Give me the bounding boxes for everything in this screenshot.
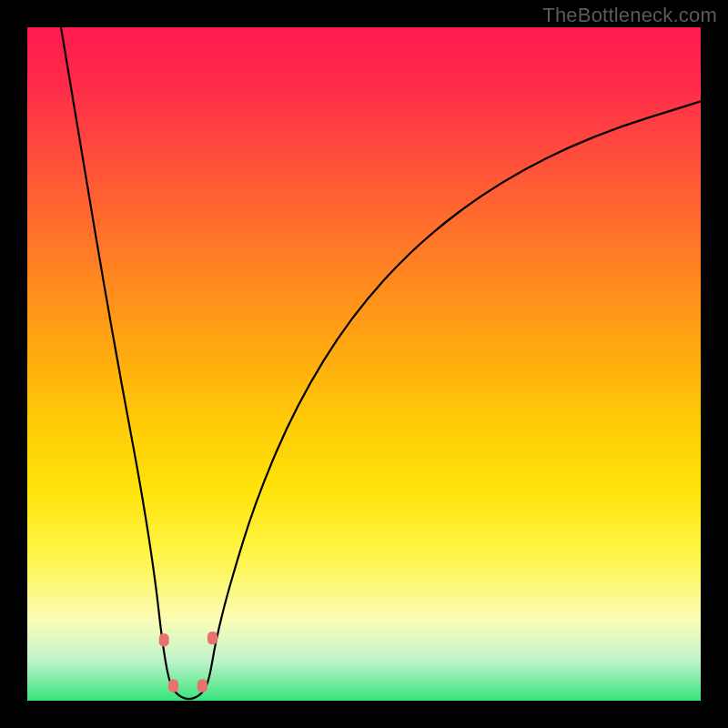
bottleneck-curve [61,27,701,699]
curve-marker-1 [207,632,217,644]
curve-marker-2 [168,680,178,693]
curve-markers [159,632,217,693]
plot-area [27,27,701,701]
chart-canvas: TheBottleneck.com [0,0,728,728]
bottleneck-curve-path [61,27,701,699]
watermark-text: TheBottleneck.com [542,4,717,27]
curve-layer [27,27,701,701]
curve-marker-3 [197,680,207,693]
curve-marker-0 [159,633,169,646]
